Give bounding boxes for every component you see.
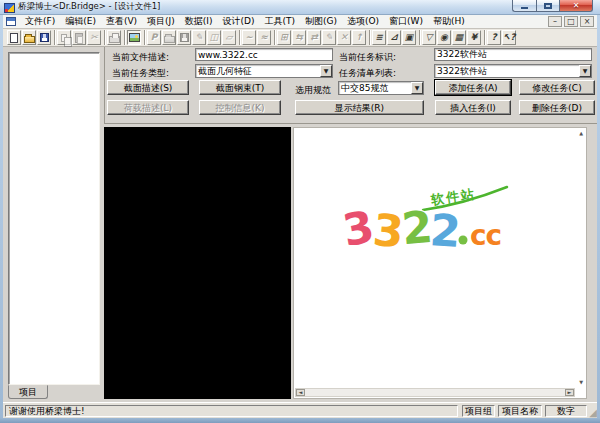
wheel-glyph: ◉ — [440, 33, 448, 42]
minimize-icon — [521, 7, 528, 9]
menu-item-edit[interactable]: 编辑(E) — [60, 15, 101, 28]
project-doc-glyph: P — [151, 33, 158, 42]
mdi-restore-button[interactable]: □ — [564, 16, 578, 27]
chevron-down-icon[interactable]: ▼ — [320, 65, 332, 77]
menu-item-view[interactable]: 查看(V) — [101, 15, 142, 28]
task-form-panel: 当前文件描述: 当前任务标识: 当前任务类型: 截面几何特征 ▼ 任务清单列表:… — [104, 47, 597, 124]
toolbar: ✂P✎◫▱~≈⊞⇆⇄✎✕↑≡⊿▣▽◉▦¥?↖? — [3, 29, 597, 47]
minimize-button[interactable] — [512, 0, 536, 12]
swap-arrows-glyph: ⇆ — [295, 33, 303, 42]
scroll-up-icon[interactable]: ▲ — [579, 131, 583, 136]
load-desc-button: 荷载描述(L) — [107, 100, 189, 115]
edit-pencil-glyph: ✎ — [195, 33, 203, 42]
spec-select[interactable]: 中交85规范 ▼ — [338, 81, 424, 95]
menu-item-window[interactable]: 窗口(W) — [384, 15, 428, 28]
menu-item-options[interactable]: 选项(O) — [342, 15, 384, 28]
scroll-left-icon[interactable]: ◄ — [296, 389, 305, 396]
preview-image-glyph — [129, 33, 140, 42]
ruler-glyph: ▱ — [226, 33, 233, 42]
file-desc-input[interactable] — [195, 48, 333, 61]
maximize-button[interactable] — [536, 0, 560, 12]
currency-yen-icon[interactable]: ¥ — [467, 30, 481, 45]
mdi-document-icon[interactable] — [6, 17, 16, 26]
window-title: 桥梁博士<Dr.Bridge> - [设计文件1] — [18, 1, 160, 13]
task-type-value: 截面几何特征 — [196, 65, 320, 78]
mdi-window-buttons: – □ × — [548, 16, 594, 27]
menu-item-drawing[interactable]: 制图(G) — [300, 15, 342, 28]
task-type-label: 当前任务类型: — [112, 67, 169, 80]
section-desc-button[interactable]: 截面描述(S) — [107, 80, 189, 95]
menu-item-file[interactable]: 文件(F) — [20, 15, 60, 28]
close-button[interactable]: ✕ — [560, 0, 593, 12]
caption-buttons: ✕ — [512, 0, 593, 12]
insert-task-button[interactable]: 插入任务(I) — [435, 100, 511, 115]
copy-glyph — [61, 34, 67, 42]
output-view[interactable]: 软件站 3 3 2 2 cc ▲ ▼ ◄ ► — [293, 127, 587, 399]
task-type-select[interactable]: 截面几何特征 ▼ — [195, 64, 333, 78]
chart-icon[interactable]: ▦ — [452, 30, 466, 45]
chevron-down-icon[interactable]: ▼ — [411, 82, 423, 94]
link-glyph: ⇄ — [310, 33, 318, 42]
horizontal-scrollbar[interactable]: ◄ ► — [295, 388, 575, 397]
table-grid-glyph: ⊞ — [280, 33, 288, 42]
mdi-close-button[interactable]: × — [580, 16, 594, 27]
frame-icon[interactable]: ▣ — [402, 30, 416, 45]
logo-digit-4: 2 — [428, 204, 462, 257]
resize-grip[interactable]: ◢ — [589, 408, 597, 418]
design-canvas[interactable] — [104, 127, 291, 399]
menu-item-project[interactable]: 项目(J) — [142, 15, 180, 28]
menu-item-tools[interactable]: 工具(T) — [259, 15, 300, 28]
open-project-glyph — [164, 36, 175, 43]
open-file-icon[interactable] — [22, 30, 36, 45]
save-glyph — [40, 33, 49, 42]
wheel-icon[interactable]: ◉ — [437, 30, 451, 45]
levels-icon[interactable]: ≡ — [372, 30, 386, 45]
section-tendon-button[interactable]: 截面钢束(T) — [199, 80, 281, 95]
client-area: 项目 当前文件描述: 当前任务标识: 当前任务类型: 截面几何特征 ▼ 任务清单… — [3, 47, 597, 402]
save-project-icon — [177, 30, 191, 45]
scroll-down-icon[interactable]: ▼ — [579, 380, 583, 385]
open-file-glyph — [24, 36, 35, 43]
file-desc-label: 当前文件描述: — [112, 51, 169, 64]
project-tab[interactable]: 项目 — [8, 385, 48, 399]
menu-item-help[interactable]: 帮助(H) — [428, 15, 470, 28]
titlebar[interactable]: 桥梁博士<Dr.Bridge> - [设计文件1] ✕ — [0, 0, 600, 15]
add-task-button[interactable]: 添加任务(A) — [435, 80, 511, 95]
up-arrow-icon: ↑ — [352, 30, 366, 45]
curve-icon: ≈ — [257, 30, 271, 45]
task-id-label: 当前任务标识: — [339, 51, 396, 64]
scroll-right-icon[interactable]: ► — [565, 389, 574, 396]
modify-task-button[interactable]: 修改任务(C) — [519, 80, 595, 95]
print-icon — [107, 30, 121, 45]
project-tree-panel[interactable] — [8, 52, 100, 385]
menubar: 文件(F) 编辑(E) 查看(V) 项目(J) 数据(I) 设计(D) 工具(T… — [3, 15, 597, 29]
show-result-button[interactable]: 显示结果(R) — [295, 100, 424, 115]
statusbar: 谢谢使用桥梁博士! 项目组 项目名称 数字 ◢ — [3, 402, 597, 418]
spec-value: 中交85规范 — [339, 82, 411, 95]
new-document-glyph — [10, 33, 18, 43]
window-border-bottom — [0, 418, 600, 423]
open-project-icon — [162, 30, 176, 45]
task-list-select[interactable]: 3322软件站 ▼ — [434, 64, 592, 78]
new-document-icon[interactable] — [7, 30, 21, 45]
project-tab-label: 项目 — [19, 387, 37, 397]
save-icon[interactable] — [37, 30, 51, 45]
check-boot-icon[interactable]: ⊿ — [387, 30, 401, 45]
preview-image-icon[interactable] — [127, 30, 141, 45]
mdi-minimize-button[interactable]: – — [548, 16, 562, 27]
application-window: 桥梁博士<Dr.Bridge> - [设计文件1] ✕ 文件(F) 编辑(E) … — [0, 0, 600, 423]
table-grid-icon: ⊞ — [277, 30, 291, 45]
paste-glyph — [75, 33, 83, 43]
delete-task-button[interactable]: 删除任务(D) — [519, 100, 595, 115]
menu-item-design[interactable]: 设计(D) — [217, 15, 259, 28]
status-segment-project-group: 项目组 — [462, 405, 495, 417]
context-help-icon[interactable]: ↖? — [502, 30, 516, 45]
help-icon[interactable]: ? — [487, 30, 501, 45]
flag-icon[interactable]: ▽ — [422, 30, 436, 45]
chevron-down-icon[interactable]: ▼ — [579, 65, 591, 77]
chart-glyph: ▦ — [455, 33, 464, 42]
cut-glyph: ✂ — [90, 33, 98, 42]
task-id-input[interactable] — [434, 48, 592, 61]
menu-item-data[interactable]: 数据(I) — [180, 15, 218, 28]
task-list-label: 任务清单列表: — [339, 67, 396, 80]
